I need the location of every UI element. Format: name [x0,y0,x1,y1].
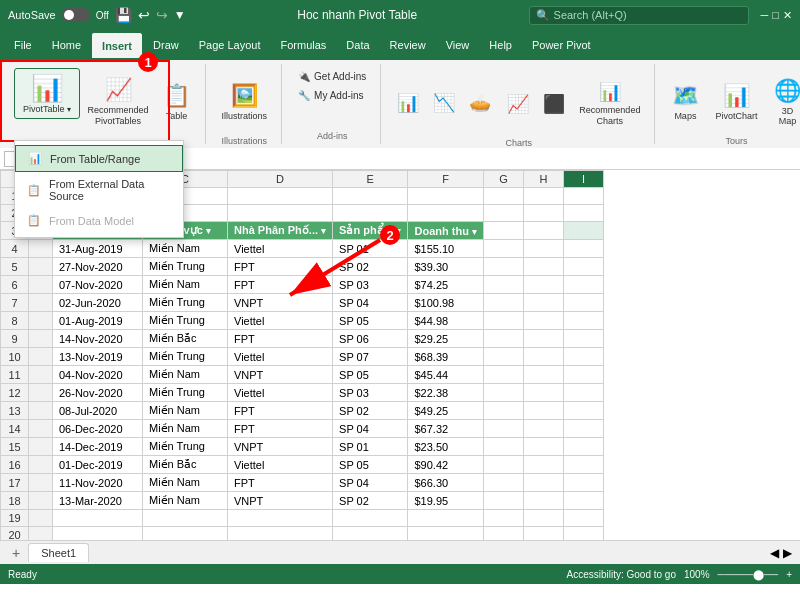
row-header-19[interactable]: 19 [1,510,29,527]
my-addins-button[interactable]: 🔧 My Add-ins [292,87,369,104]
cell-r2-c8[interactable] [563,205,603,222]
cell-r9-c6[interactable] [483,330,523,348]
cell-r16-c1[interactable]: 01-Dec-2019 [53,456,143,474]
row-header-14[interactable]: 14 [1,420,29,438]
cell-r5-c4[interactable]: SP 02 [333,258,408,276]
tab-help[interactable]: Help [479,32,522,58]
cell-r15-c6[interactable] [483,438,523,456]
cell-r5-c2[interactable]: Miền Trung [143,258,228,276]
cell-r12-c1[interactable]: 26-Nov-2020 [53,384,143,402]
cell-r19-c3[interactable] [228,510,333,527]
row-header-9[interactable]: 9 [1,330,29,348]
cell-r19-c4[interactable] [333,510,408,527]
illustrations-button[interactable]: 🖼️ Illustrations [216,68,274,136]
cell-r4-c7[interactable] [523,240,563,258]
cell-r9-c7[interactable] [523,330,563,348]
cell-r7-c1[interactable]: 02-Jun-2020 [53,294,143,312]
cell-r16-c8[interactable] [563,456,603,474]
cell-r12-c5[interactable]: $22.38 [408,384,483,402]
cell-r6-c4[interactable]: SP 03 [333,276,408,294]
cell-r9-c0[interactable] [29,330,53,348]
cell-r9-c4[interactable]: SP 06 [333,330,408,348]
cell-r11-c7[interactable] [523,366,563,384]
cell-r4-c3[interactable]: Viettel [228,240,333,258]
search-input[interactable] [554,9,734,21]
pivot-chart-button[interactable]: 📊 PivotChart [709,68,763,136]
row-header-16[interactable]: 16 [1,456,29,474]
cell-r7-c7[interactable] [523,294,563,312]
cell-r6-c7[interactable] [523,276,563,294]
cell-r16-c3[interactable]: Viettel [228,456,333,474]
cell-r20-c3[interactable] [228,527,333,541]
cell-r1-c8[interactable] [563,188,603,205]
cell-r10-c0[interactable] [29,348,53,366]
cell-r18-c5[interactable]: $19.95 [408,492,483,510]
cell-r3-c7[interactable] [523,222,563,240]
col-h[interactable]: H [523,171,563,188]
cell-r15-c5[interactable]: $23.50 [408,438,483,456]
formula-input[interactable] [86,153,796,165]
cell-r14-c0[interactable] [29,420,53,438]
col-g[interactable]: G [483,171,523,188]
col-i[interactable]: I [563,171,603,188]
cell-r17-c5[interactable]: $66.30 [408,474,483,492]
cell-r6-c2[interactable]: Miền Nam [143,276,228,294]
cell-r18-c3[interactable]: VNPT [228,492,333,510]
cell-r8-c4[interactable]: SP 05 [333,312,408,330]
cell-r14-c8[interactable] [563,420,603,438]
cell-r4-c8[interactable] [563,240,603,258]
cell-r8-c7[interactable] [523,312,563,330]
col-f[interactable]: F [408,171,483,188]
cell-r6-c1[interactable]: 07-Nov-2020 [53,276,143,294]
cell-r8-c3[interactable]: Viettel [228,312,333,330]
row-header-8[interactable]: 8 [1,312,29,330]
cell-r7-c4[interactable]: SP 04 [333,294,408,312]
scroll-left-icon[interactable]: ◀ [770,546,779,560]
cell-r11-c5[interactable]: $45.44 [408,366,483,384]
cell-r9-c1[interactable]: 14-Nov-2020 [53,330,143,348]
cell-r17-c4[interactable]: SP 04 [333,474,408,492]
row-header-4[interactable]: 4 [1,240,29,258]
cell-r3-c3[interactable]: Nhà Phân Phố... ▾ [228,222,333,240]
pivot-dropdown-arrow[interactable]: ▾ [67,105,71,114]
cell-r17-c6[interactable] [483,474,523,492]
cell-r20-c2[interactable] [143,527,228,541]
cell-r17-c8[interactable] [563,474,603,492]
cell-r15-c2[interactable]: Miền Trung [143,438,228,456]
cell-r16-c7[interactable] [523,456,563,474]
cell-r12-c3[interactable]: Viettel [228,384,333,402]
cell-r11-c3[interactable]: VNPT [228,366,333,384]
row-header-12[interactable]: 12 [1,384,29,402]
cell-r9-c3[interactable]: FPT [228,330,333,348]
cell-r20-c6[interactable] [483,527,523,541]
tab-power-pivot[interactable]: Power Pivot [522,32,601,58]
cell-r6-c0[interactable] [29,276,53,294]
cell-r7-c6[interactable] [483,294,523,312]
recommended-charts-button[interactable]: 📊 RecommendedCharts [573,70,646,138]
add-sheet-button[interactable]: + [4,542,28,564]
cell-r19-c8[interactable] [563,510,603,527]
cell-r11-c0[interactable] [29,366,53,384]
cell-r5-c0[interactable] [29,258,53,276]
cell-r5-c8[interactable] [563,258,603,276]
cell-r1-c5[interactable] [408,188,483,205]
cell-r8-c2[interactable]: Miền Trung [143,312,228,330]
from-external-source-item[interactable]: 📋 From External Data Source [15,172,183,208]
cell-r8-c8[interactable] [563,312,603,330]
cell-r20-c1[interactable] [53,527,143,541]
cell-r13-c5[interactable]: $49.25 [408,402,483,420]
cell-r18-c4[interactable]: SP 02 [333,492,408,510]
row-header-18[interactable]: 18 [1,492,29,510]
cell-r14-c1[interactable]: 06-Dec-2020 [53,420,143,438]
cell-r14-c6[interactable] [483,420,523,438]
cell-r6-c3[interactable]: FPT [228,276,333,294]
cell-r6-c8[interactable] [563,276,603,294]
cell-r13-c8[interactable] [563,402,603,420]
redo-icon[interactable]: ↪ [156,7,168,23]
map-3d-button[interactable]: 🌐 3DMap [767,68,800,136]
cell-r18-c2[interactable]: Miền Nam [143,492,228,510]
cell-r2-c5[interactable] [408,205,483,222]
row-header-7[interactable]: 7 [1,294,29,312]
tab-view[interactable]: View [436,32,480,58]
cell-r4-c5[interactable]: $155.10 [408,240,483,258]
